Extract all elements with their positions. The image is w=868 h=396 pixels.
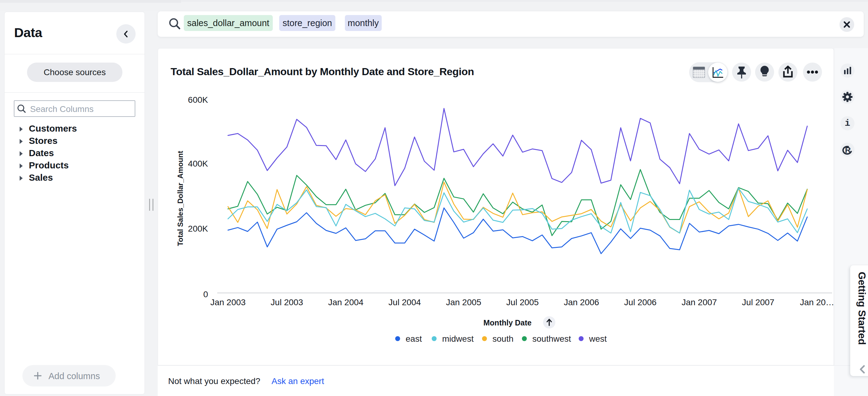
svg-text:south: south — [492, 334, 514, 343]
svg-text:Jan 2004: Jan 2004 — [328, 298, 363, 307]
svg-text:midwest: midwest — [442, 334, 474, 343]
svg-text:Monthly Date: Monthly Date — [484, 319, 532, 327]
svg-text:R: R — [845, 145, 851, 155]
svg-text:west: west — [589, 334, 607, 343]
svg-text:600K: 600K — [188, 95, 208, 105]
svg-text:Jan 20…: Jan 20… — [800, 298, 834, 307]
svg-text:Jul 2003: Jul 2003 — [271, 298, 303, 307]
svg-text:Jul 2004: Jul 2004 — [389, 298, 421, 307]
svg-text:Jan 2006: Jan 2006 — [564, 298, 599, 307]
svg-text:0: 0 — [203, 290, 208, 299]
svg-text:Jan 2005: Jan 2005 — [446, 298, 481, 307]
svg-text:Jul 2006: Jul 2006 — [624, 298, 657, 307]
svg-text:Jul 2005: Jul 2005 — [506, 298, 539, 307]
svg-text:400K: 400K — [188, 159, 208, 168]
svg-text:200K: 200K — [188, 224, 208, 233]
svg-text:east: east — [406, 334, 422, 343]
svg-text:Jan 2003: Jan 2003 — [210, 298, 245, 307]
svg-text:Total Sales_Dollar_Amount: Total Sales_Dollar_Amount — [176, 151, 184, 246]
svg-text:Jul 2007: Jul 2007 — [742, 298, 774, 307]
svg-text:Jan 2007: Jan 2007 — [681, 298, 717, 307]
svg-text:southwest: southwest — [532, 334, 571, 343]
